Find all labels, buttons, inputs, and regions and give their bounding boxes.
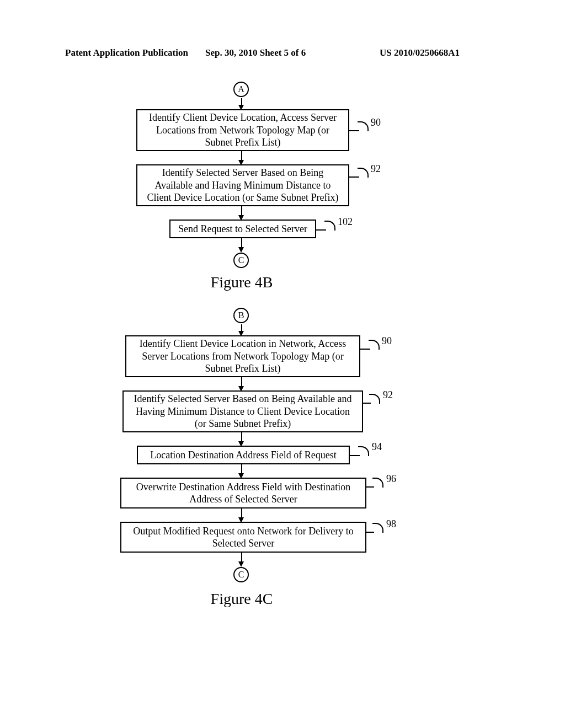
arrow-head-icon xyxy=(238,247,244,253)
refnum-92-4b: 92 xyxy=(371,163,381,175)
leader-curve xyxy=(324,221,335,231)
leader-curve xyxy=(358,446,369,456)
box-overwrite-destination-4c: Overwrite Destination Address Field with… xyxy=(120,478,366,508)
figure-4c-caption: Figure 4C xyxy=(186,590,297,608)
refnum-102-4b: 102 xyxy=(338,216,353,228)
box-output-modified-request-4c: Output Modified Request onto Network for… xyxy=(120,522,366,553)
connector-a: A xyxy=(233,82,249,97)
refnum-90-4b: 90 xyxy=(371,117,381,129)
page: Patent Application Publication Sep. 30, … xyxy=(0,0,565,728)
leader-curve xyxy=(372,523,383,533)
connector-b: B xyxy=(233,308,249,323)
leader-curve xyxy=(372,478,383,488)
box-identify-client-location-4c: Identify Client Device Location in Netwo… xyxy=(125,335,360,377)
figure-4b-caption: Figure 4B xyxy=(186,274,297,291)
refnum-96-4c: 96 xyxy=(386,473,396,485)
leader-curve xyxy=(358,121,369,131)
header-mid: Sep. 30, 2010 Sheet 5 of 6 xyxy=(205,47,306,58)
header-right: US 2010/0250668A1 xyxy=(380,47,460,58)
box-identify-selected-server-4c: Identify Selected Server Based on Being … xyxy=(122,390,363,432)
box-location-destination-field-4c: Location Destination Address Field of Re… xyxy=(137,446,350,464)
refnum-94-4c: 94 xyxy=(372,441,382,453)
leader-curve xyxy=(369,394,380,404)
box-send-request-4b: Send Request to Selected Server xyxy=(169,220,316,238)
box-text: Identify Selected Server Based on Being … xyxy=(129,393,356,430)
box-identify-selected-server-4b: Identify Selected Server Based on Being … xyxy=(136,164,349,206)
refnum-98-4c: 98 xyxy=(386,518,396,530)
figure-4b: A Identify Client Device Location, Acces… xyxy=(0,77,565,281)
leader-curve xyxy=(369,340,380,350)
arrow-head-icon xyxy=(238,561,244,567)
connector-c-4b: C xyxy=(233,253,249,268)
refnum-92-4c: 92 xyxy=(383,389,393,401)
box-text: Output Modified Request onto Network for… xyxy=(127,525,360,550)
box-text: Send Request to Selected Server xyxy=(178,223,307,235)
refnum-90-4c: 90 xyxy=(382,335,392,347)
leader-curve xyxy=(358,168,369,178)
connector-c-4c: C xyxy=(233,567,249,582)
header-left: Patent Application Publication xyxy=(65,47,188,58)
box-identify-client-location-4b: Identify Client Device Location, Access … xyxy=(136,109,349,151)
box-text: Identify Selected Server Based on Being … xyxy=(143,167,343,204)
box-text: Identify Client Device Location, Access … xyxy=(143,111,343,149)
box-text: Identify Client Device Location in Netwo… xyxy=(132,338,354,375)
box-text: Overwrite Destination Address Field with… xyxy=(127,481,360,506)
box-text: Location Destination Address Field of Re… xyxy=(150,449,336,462)
figure-4c: B Identify Client Device Location in Net… xyxy=(0,303,565,645)
